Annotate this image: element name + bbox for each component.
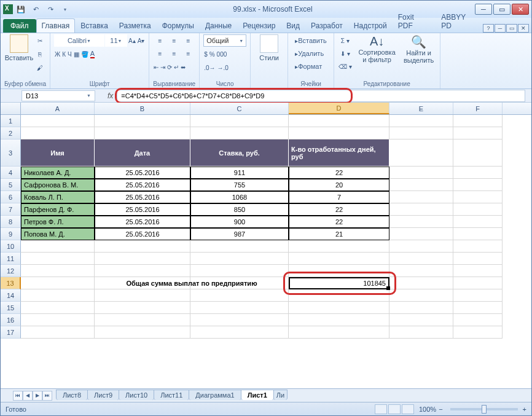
cell[interactable] xyxy=(289,314,389,326)
doc-minimize[interactable]: ─ xyxy=(495,24,506,33)
col-F[interactable]: F xyxy=(453,103,503,114)
row-header[interactable]: 4 xyxy=(1,167,21,179)
styles-button[interactable]: Стили xyxy=(254,34,284,61)
zoom-slider[interactable] xyxy=(450,408,518,410)
window-close[interactable]: ✕ xyxy=(512,4,529,15)
copy-button[interactable]: ⎘ xyxy=(36,48,44,60)
cell[interactable] xyxy=(453,167,503,179)
cell[interactable] xyxy=(389,216,453,228)
cell[interactable]: Дата xyxy=(95,139,190,167)
cell[interactable]: Имя xyxy=(21,139,95,167)
cell[interactable] xyxy=(453,240,503,253)
cell[interactable]: Попова М. Д. xyxy=(21,228,95,240)
align-mid[interactable]: ≡ xyxy=(167,34,181,47)
cell[interactable] xyxy=(389,127,453,139)
font-name[interactable]: Calibri▼ xyxy=(54,34,104,47)
cell[interactable]: Парфенов Д. Ф. xyxy=(21,203,95,216)
cell[interactable]: 22 xyxy=(289,167,389,179)
row-header[interactable]: 16 xyxy=(1,314,21,326)
cell[interactable] xyxy=(21,265,95,277)
window-maximize[interactable]: ▭ xyxy=(493,4,510,15)
cell[interactable] xyxy=(453,228,503,240)
cell[interactable] xyxy=(453,277,503,289)
border-button[interactable]: ▦ xyxy=(73,48,80,60)
cell[interactable] xyxy=(389,302,453,314)
sheet-prev[interactable]: ◀ xyxy=(23,391,33,401)
cell[interactable]: 1068 xyxy=(190,191,289,203)
cell[interactable] xyxy=(190,115,289,127)
cell[interactable] xyxy=(453,302,503,314)
cell[interactable]: 25.05.2016 xyxy=(95,179,190,191)
align-bot[interactable]: ≡ xyxy=(181,34,195,47)
cell[interactable]: 850 xyxy=(190,203,289,216)
cell[interactable] xyxy=(95,289,190,302)
align-center[interactable]: ≡ xyxy=(167,47,181,60)
cell[interactable] xyxy=(95,240,190,253)
row-header[interactable]: 17 xyxy=(1,326,21,339)
cell[interactable] xyxy=(21,302,95,314)
row-header[interactable]: 1 xyxy=(1,115,21,127)
row-header[interactable]: 12 xyxy=(1,265,21,277)
shrink-font[interactable]: A▾ xyxy=(137,34,146,47)
row-header[interactable]: 2 xyxy=(1,127,21,139)
cell[interactable]: 7 xyxy=(289,191,389,203)
cell[interactable] xyxy=(289,127,389,139)
cell[interactable]: 21 xyxy=(289,228,389,240)
doc-restore[interactable]: ▭ xyxy=(506,24,517,33)
row-header[interactable]: 10 xyxy=(1,240,21,253)
cell[interactable] xyxy=(190,253,289,265)
row-header[interactable]: 13 xyxy=(1,277,21,289)
help-icon[interactable]: ? xyxy=(483,24,494,33)
comma[interactable]: 000 xyxy=(216,48,228,60)
cell[interactable]: 25.05.2016 xyxy=(95,216,190,228)
cell[interactable] xyxy=(389,253,453,265)
name-box[interactable]: D13▼ xyxy=(22,90,95,101)
align-right[interactable]: ≡ xyxy=(181,47,195,60)
row-header[interactable]: 11 xyxy=(1,253,21,265)
cell[interactable] xyxy=(389,265,453,277)
cell[interactable] xyxy=(453,115,503,127)
cell[interactable] xyxy=(190,326,289,339)
tab-data[interactable]: Данные xyxy=(200,18,237,33)
cell[interactable]: 22 xyxy=(289,203,389,216)
find-select[interactable]: 🔍 Найти и выделить xyxy=(402,34,436,64)
cell[interactable] xyxy=(289,289,389,302)
cell[interactable] xyxy=(389,115,453,127)
tab-insert[interactable]: Вставка xyxy=(75,18,114,33)
sheet-tab[interactable]: Ли xyxy=(273,390,288,400)
cell[interactable]: Ставка, руб. xyxy=(190,139,289,167)
col-A[interactable]: A xyxy=(21,103,95,114)
fill[interactable]: ⬇ ▾ xyxy=(338,47,353,60)
dec-dec[interactable]: →.0 xyxy=(216,61,229,74)
col-B[interactable]: B xyxy=(95,103,190,114)
fx-icon[interactable]: fx xyxy=(108,92,113,100)
paste-button[interactable]: Вставить xyxy=(4,34,34,61)
bold-button[interactable]: Ж xyxy=(54,48,61,60)
tab-home[interactable]: Главная xyxy=(36,18,76,33)
cell[interactable] xyxy=(289,265,389,277)
row-header[interactable]: 9 xyxy=(1,228,21,240)
cell[interactable]: 25.05.2016 xyxy=(95,191,190,203)
cell[interactable] xyxy=(453,289,503,302)
row-header[interactable]: 8 xyxy=(1,216,21,228)
cell[interactable] xyxy=(190,240,289,253)
sheet-tab[interactable]: Диаграмма1 xyxy=(189,390,241,400)
row-header[interactable]: 3 xyxy=(1,139,21,167)
cell[interactable] xyxy=(289,302,389,314)
cell[interactable]: Николаев А. Д. xyxy=(21,167,95,179)
cell[interactable]: 25.05.2016 xyxy=(95,203,190,216)
active-cell[interactable]: 101845 xyxy=(289,277,389,289)
cell[interactable] xyxy=(389,167,453,179)
cell[interactable]: 25.05.2016 xyxy=(95,167,190,179)
row-header[interactable]: 14 xyxy=(1,289,21,302)
font-size[interactable]: 11▼ xyxy=(105,34,127,47)
currency[interactable]: $ xyxy=(203,48,208,60)
align-left[interactable]: ≡ xyxy=(153,47,166,60)
inc-indent[interactable]: ⇥ xyxy=(160,61,166,73)
cell[interactable] xyxy=(453,139,503,167)
fillcolor-button[interactable]: 🪣 xyxy=(80,48,89,60)
row-header[interactable]: 6 xyxy=(1,191,21,203)
align-top[interactable]: ≡ xyxy=(153,34,166,47)
cell[interactable] xyxy=(453,265,503,277)
cell[interactable]: К-во отработанных дней, руб xyxy=(289,139,389,167)
